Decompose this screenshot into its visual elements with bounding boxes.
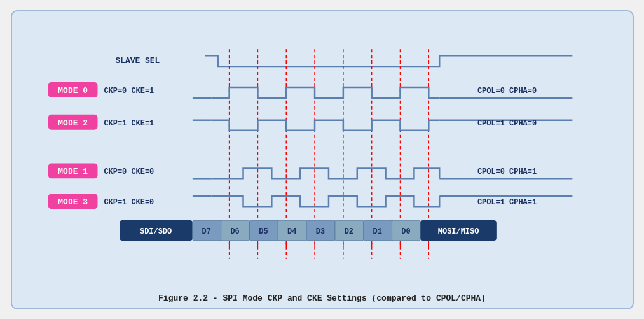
mode2-label: MODE 2 (58, 118, 88, 127)
sdi-sdo-label: SDI/SDO (140, 227, 172, 236)
d6-label: D6 (230, 227, 239, 236)
mode1-label: MODE 1 (58, 167, 88, 176)
figure-caption: Figure 2.2 - SPI Mode CKP and CKE Settin… (22, 294, 623, 303)
mode2-right-label: CPOL=1 CPHA=0 (477, 118, 536, 127)
mosi-miso-label: MOSI/MISO (437, 227, 478, 236)
d4-label: D4 (287, 227, 296, 236)
mode2-waveform (211, 120, 439, 130)
d0-label: D0 (401, 227, 410, 236)
d3-label: D3 (315, 227, 324, 236)
mode3-waveform (211, 196, 439, 206)
mode3-params: CKP=1 CKE=0 (104, 198, 154, 207)
mode1-params: CKP=0 CKE=0 (104, 167, 154, 176)
d2-label: D2 (344, 227, 353, 236)
mode0-label: MODE 0 (58, 85, 88, 95)
mode3-right-label: CPOL=1 CPHA=1 (477, 198, 536, 207)
slave-sel-label: SLAVE SEL (115, 56, 160, 66)
mode1-right-label: CPOL=0 CPHA=1 (477, 167, 536, 176)
mode0-waveform (211, 87, 439, 97)
d5-label: D5 (259, 227, 268, 236)
slave-sel-waveform (205, 55, 572, 67)
mode0-right-label: CPOL=0 CPHA=0 (477, 86, 536, 95)
d1-label: D1 (373, 227, 381, 236)
d7-label: D7 (202, 227, 210, 236)
main-container: SLAVE SEL MODE 0 CKP=0 CKE=1 (11, 10, 634, 309)
mode2-params: CKP=1 CKE=1 (104, 118, 154, 127)
mode3-label: MODE 3 (58, 197, 88, 207)
mode1-waveform (211, 168, 439, 178)
timing-diagram: SLAVE SEL MODE 0 CKP=0 CKE=1 (22, 18, 623, 290)
mode0-params: CKP=0 CKE=1 (104, 86, 154, 95)
diagram-area: SLAVE SEL MODE 0 CKP=0 CKE=1 (22, 18, 623, 290)
